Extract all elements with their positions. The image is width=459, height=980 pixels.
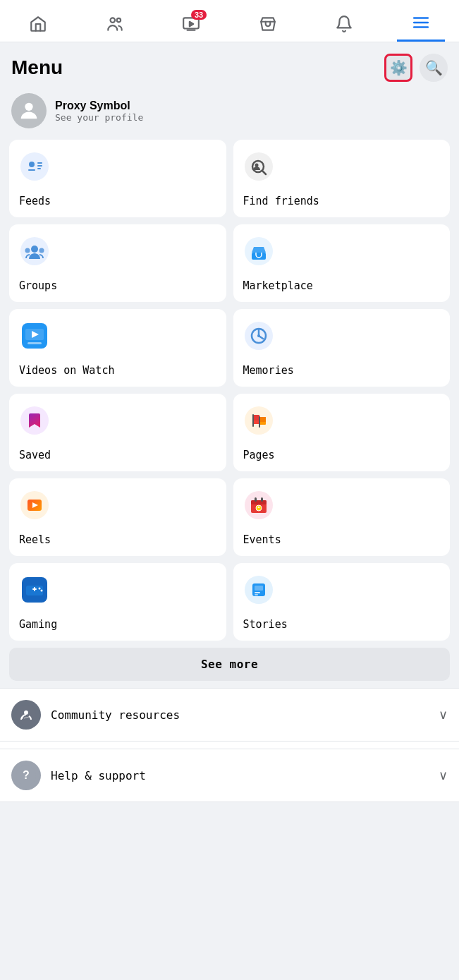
svg-text:?: ? bbox=[23, 769, 30, 781]
find-friends-label: Find friends bbox=[243, 195, 319, 207]
memories-label: Memories bbox=[243, 364, 294, 377]
saved-label: Saved bbox=[19, 449, 51, 461]
groups-label: Groups bbox=[19, 279, 57, 292]
settings-button[interactable]: ⚙️ bbox=[384, 54, 412, 82]
svg-rect-53 bbox=[34, 587, 35, 591]
reels-label: Reels bbox=[19, 533, 51, 546]
menu-card-gaming[interactable]: Gaming bbox=[9, 563, 226, 641]
svg-rect-58 bbox=[255, 586, 263, 591]
see-more-button[interactable]: See more bbox=[9, 648, 450, 681]
community-icon bbox=[11, 700, 41, 730]
svg-point-62 bbox=[24, 710, 28, 715]
stories-label: Stories bbox=[243, 618, 288, 631]
nav-friends[interactable] bbox=[91, 8, 139, 41]
nav-menu[interactable] bbox=[397, 7, 445, 42]
help-chevron-icon: ∨ bbox=[439, 768, 448, 783]
marketplace-label: Marketplace bbox=[243, 279, 313, 292]
menu-card-events[interactable]: Events bbox=[233, 478, 451, 556]
menu-header: Menu ⚙️ 🔍 bbox=[0, 42, 459, 87]
svg-rect-10 bbox=[37, 162, 42, 164]
videos-on-watch-label: Videos on Watch bbox=[19, 364, 114, 377]
pages-icon bbox=[243, 405, 274, 436]
svg-rect-36 bbox=[252, 414, 254, 427]
groups-icon bbox=[19, 236, 50, 267]
svg-point-6 bbox=[25, 103, 32, 111]
svg-rect-49 bbox=[261, 497, 263, 502]
top-nav: 33 bbox=[0, 0, 459, 42]
menu-card-pages[interactable]: Pages bbox=[233, 394, 451, 471]
marketplace-card-icon bbox=[243, 236, 274, 267]
svg-point-20 bbox=[39, 248, 44, 253]
help-icon: ? bbox=[11, 761, 41, 790]
menu-card-find-friends[interactable]: Find friends bbox=[233, 140, 451, 217]
community-resources-label: Community resources bbox=[51, 708, 439, 722]
profile-name: Proxy Symbol bbox=[55, 99, 143, 112]
menu-card-saved[interactable]: Saved bbox=[9, 394, 226, 471]
svg-rect-12 bbox=[37, 168, 41, 169]
svg-rect-39 bbox=[259, 416, 260, 428]
menu-card-stories[interactable]: Stories bbox=[233, 563, 451, 641]
home-icon bbox=[28, 14, 48, 34]
pages-label: Pages bbox=[243, 449, 275, 461]
svg-rect-59 bbox=[255, 592, 260, 593]
svg-point-55 bbox=[41, 590, 43, 592]
watch-badge: 33 bbox=[191, 10, 207, 20]
menu-card-marketplace[interactable]: Marketplace bbox=[233, 224, 451, 302]
svg-point-7 bbox=[20, 152, 49, 181]
menu-card-feeds[interactable]: Feeds bbox=[9, 140, 226, 217]
svg-point-54 bbox=[39, 588, 41, 590]
page-title: Menu bbox=[11, 56, 63, 79]
svg-point-8 bbox=[29, 162, 35, 167]
menu-grid: Feeds Find friends bbox=[0, 140, 459, 641]
community-chevron-icon: ∨ bbox=[439, 707, 448, 722]
svg-rect-26 bbox=[27, 342, 42, 344]
profile-subtitle: See your profile bbox=[55, 112, 143, 123]
svg-rect-22 bbox=[252, 253, 266, 260]
friends-icon bbox=[105, 14, 125, 34]
header-icons: ⚙️ 🔍 bbox=[384, 54, 448, 82]
nav-home[interactable] bbox=[14, 8, 62, 41]
menu-card-reels[interactable]: Reels bbox=[9, 478, 226, 556]
svg-point-16 bbox=[255, 164, 258, 167]
events-label: Events bbox=[243, 533, 281, 546]
svg-rect-48 bbox=[255, 497, 257, 502]
svg-rect-45 bbox=[251, 500, 267, 504]
saved-icon bbox=[19, 405, 50, 436]
reels-icon bbox=[19, 490, 50, 521]
bell-icon bbox=[334, 14, 354, 34]
community-resources-row[interactable]: Community resources ∨ bbox=[0, 688, 459, 742]
find-friends-icon bbox=[243, 151, 274, 182]
nav-marketplace[interactable] bbox=[244, 8, 292, 41]
svg-point-1 bbox=[116, 18, 120, 21]
events-icon bbox=[243, 490, 274, 521]
gaming-label: Gaming bbox=[19, 618, 57, 631]
help-support-label: Help & support bbox=[51, 769, 439, 782]
avatar bbox=[11, 93, 47, 128]
profile-info: Proxy Symbol See your profile bbox=[55, 99, 143, 123]
svg-point-18 bbox=[31, 246, 38, 253]
gaming-icon bbox=[19, 574, 50, 605]
menu-card-groups[interactable]: Groups bbox=[9, 224, 226, 302]
svg-point-13 bbox=[245, 152, 273, 181]
svg-marker-35 bbox=[253, 415, 259, 421]
stories-icon bbox=[243, 574, 274, 605]
profile-row[interactable]: Proxy Symbol See your profile bbox=[0, 87, 459, 140]
nav-notifications[interactable] bbox=[320, 8, 368, 41]
feeds-label: Feeds bbox=[19, 195, 51, 207]
svg-marker-38 bbox=[259, 417, 266, 422]
community-section: Community resources ∨ ? Help & support ∨ bbox=[0, 688, 459, 802]
help-support-row[interactable]: ? Help & support ∨ bbox=[0, 749, 459, 802]
marketplace-nav-icon bbox=[258, 14, 278, 34]
svg-point-0 bbox=[110, 18, 115, 22]
watch-card-icon bbox=[19, 320, 50, 351]
svg-rect-9 bbox=[28, 169, 35, 171]
svg-rect-11 bbox=[37, 165, 42, 167]
svg-rect-60 bbox=[255, 594, 258, 595]
menu-card-memories[interactable]: Memories bbox=[233, 309, 451, 387]
menu-card-videos-on-watch[interactable]: Videos on Watch bbox=[9, 309, 226, 387]
nav-watch[interactable]: 33 bbox=[167, 8, 215, 41]
feeds-icon bbox=[19, 151, 50, 182]
search-button[interactable]: 🔍 bbox=[420, 54, 448, 82]
menu-icon bbox=[411, 13, 431, 32]
memories-icon bbox=[243, 320, 274, 351]
